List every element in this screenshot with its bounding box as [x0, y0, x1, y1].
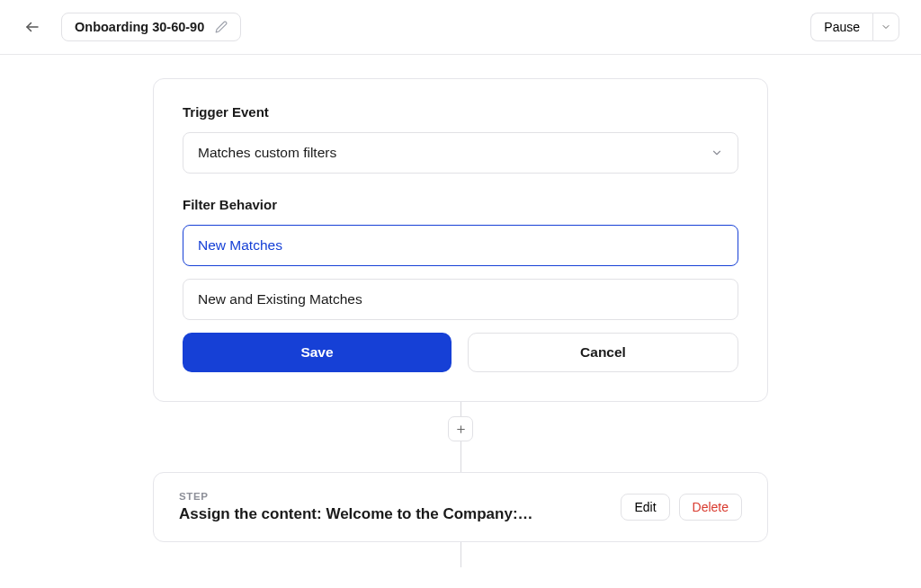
workflow-canvas: Trigger Event Matches custom filters Fil… [0, 55, 921, 567]
pencil-icon [215, 21, 228, 33]
connector [448, 402, 473, 472]
step-card: STEP Assign the content: Welcome to the … [153, 472, 768, 542]
pause-dropdown-caret[interactable] [872, 13, 899, 41]
topbar: Onboarding 30-60-90 Pause [0, 0, 921, 55]
trigger-event-label: Trigger Event [183, 104, 738, 120]
topbar-right: Pause [810, 13, 899, 41]
trigger-card: Trigger Event Matches custom filters Fil… [153, 78, 768, 402]
step-actions: Edit Delete [621, 494, 742, 521]
delete-step-button[interactable]: Delete [679, 494, 742, 521]
arrow-left-icon [24, 19, 40, 35]
cancel-button[interactable]: Cancel [468, 333, 738, 372]
connector [460, 542, 461, 567]
trigger-event-value: Matches custom filters [198, 145, 336, 161]
workflow-title-chip[interactable]: Onboarding 30-60-90 [61, 13, 241, 41]
filter-behavior-label: Filter Behavior [183, 197, 738, 212]
chevron-down-icon [711, 147, 723, 159]
plus-icon [455, 423, 467, 435]
connector-line [460, 542, 461, 567]
trigger-event-select[interactable]: Matches custom filters [183, 132, 738, 174]
edit-step-button[interactable]: Edit [621, 494, 669, 521]
connector-line [460, 441, 461, 472]
filter-option-new-matches[interactable]: New Matches [183, 225, 738, 266]
save-button[interactable]: Save [183, 333, 452, 372]
step-eyebrow: STEP [179, 491, 533, 502]
step-info: STEP Assign the content: Welcome to the … [179, 491, 533, 523]
step-title: Assign the content: Welcome to the Compa… [179, 505, 533, 523]
add-step-button[interactable] [448, 416, 473, 441]
workflow-title: Onboarding 30-60-90 [75, 20, 204, 34]
button-row: Save Cancel [183, 333, 738, 372]
filter-option-new-existing-matches[interactable]: New and Existing Matches [183, 279, 738, 320]
back-button[interactable] [22, 16, 43, 38]
topbar-left: Onboarding 30-60-90 [22, 13, 241, 41]
chevron-down-icon [881, 22, 891, 32]
pause-button[interactable]: Pause [810, 13, 872, 41]
connector-line [460, 402, 461, 416]
